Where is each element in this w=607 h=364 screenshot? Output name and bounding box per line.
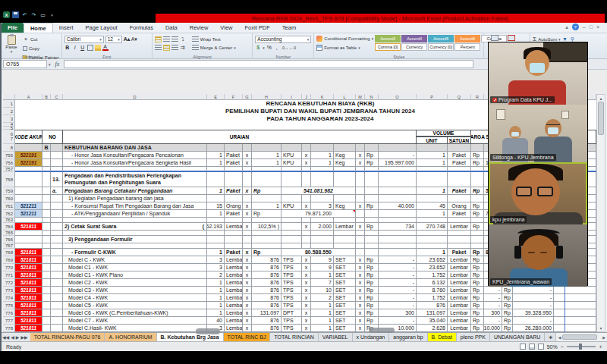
row-header[interactable]: 757 <box>3 167 15 172</box>
cell[interactable]: 876 <box>252 317 281 325</box>
cell[interactable]: TPS <box>281 317 302 325</box>
row-header[interactable]: 765 <box>3 231 15 236</box>
cell[interactable] <box>417 100 448 108</box>
cell[interactable] <box>554 294 596 302</box>
sheet-tab-a-honorarium[interactable]: A. HONORARIUM <box>105 333 156 341</box>
cell[interactable] <box>356 167 365 172</box>
cell[interactable] <box>42 302 51 309</box>
formula-input[interactable] <box>64 60 473 68</box>
cell[interactable]: 195.997.000 <box>379 159 417 167</box>
cell[interactable]: x <box>356 202 365 210</box>
cell[interactable] <box>471 172 484 187</box>
cell[interactable]: B <box>42 144 51 152</box>
ribbon-tab-team[interactable]: Team <box>276 23 302 33</box>
cell[interactable] <box>252 144 281 152</box>
cell[interactable] <box>42 202 51 210</box>
italic-button[interactable]: I <box>72 45 78 50</box>
cell[interactable] <box>281 167 302 172</box>
cell[interactable]: PEMILIHAN BUPATI DAN WAKIL BUPATI JEMBRA… <box>225 108 417 115</box>
cell[interactable]: x <box>243 202 252 210</box>
cell[interactable]: 1 <box>417 152 448 159</box>
cell[interactable] <box>51 243 63 249</box>
ribbon-tab-formulas[interactable]: Formulas <box>124 23 159 33</box>
cell[interactable] <box>417 231 448 236</box>
cell[interactable] <box>51 218 63 223</box>
cell[interactable]: 1 <box>207 279 225 287</box>
normal-view-icon[interactable] <box>520 344 526 350</box>
row-header[interactable]: 777 <box>3 317 15 325</box>
cell[interactable] <box>51 195 63 202</box>
cell[interactable] <box>302 167 311 172</box>
row-header[interactable]: 772 <box>3 279 15 287</box>
cell[interactable] <box>417 167 448 172</box>
cell[interactable]: 2.000 <box>311 223 334 231</box>
cell[interactable] <box>15 144 42 152</box>
autosum-label[interactable]: AutoSum <box>538 37 557 42</box>
cell[interactable]: x <box>302 152 311 159</box>
cell[interactable] <box>51 223 63 231</box>
cell[interactable] <box>252 167 281 172</box>
cell[interactable] <box>51 317 63 325</box>
grow-font-icon[interactable]: A▴ <box>124 36 130 42</box>
first-sheet-icon[interactable]: ◀◀ <box>2 334 9 340</box>
cell[interactable] <box>225 236 243 243</box>
cell[interactable]: Rp <box>471 264 484 271</box>
cell[interactable]: 521811 <box>15 325 42 332</box>
participant-video[interactable]: kpu jembrana <box>489 162 587 224</box>
cell[interactable]: 131.097 <box>252 309 281 317</box>
cell[interactable] <box>281 236 302 243</box>
document-icon[interactable]: ▭ <box>39 11 46 18</box>
sheet-tab-x-undangan[interactable]: x Undangan <box>353 333 390 341</box>
borders-icon[interactable] <box>87 45 93 51</box>
cell[interactable]: Lembar <box>448 302 471 309</box>
cell[interactable] <box>207 218 225 223</box>
cell[interactable] <box>417 144 448 152</box>
row-header[interactable]: 767 <box>3 243 15 249</box>
cell[interactable] <box>243 236 252 243</box>
qat-dropdown-icon[interactable]: ▾ <box>49 11 55 18</box>
cell[interactable] <box>365 218 379 223</box>
prev-sheet-icon[interactable]: ◀ <box>11 334 14 340</box>
zoom-in-icon[interactable]: + <box>599 344 602 350</box>
cell[interactable] <box>334 144 356 152</box>
cell[interactable] <box>379 210 417 218</box>
row-header[interactable]: 763 <box>3 218 15 223</box>
cell[interactable]: 521811 <box>15 279 42 287</box>
cell[interactable]: 521811 <box>15 287 42 294</box>
cell[interactable]: x <box>243 256 252 264</box>
cell[interactable] <box>63 100 207 108</box>
cell[interactable] <box>51 256 63 264</box>
cell[interactable] <box>51 325 63 332</box>
cell[interactable]: Rp <box>502 294 513 302</box>
underline-button[interactable]: U <box>80 45 86 50</box>
cell[interactable]: - <box>379 256 417 264</box>
cell[interactable] <box>302 195 311 202</box>
column-header[interactable]: P <box>417 94 448 100</box>
ribbon-tab-foxit-pdf[interactable]: Foxit PDF <box>238 23 275 33</box>
cell[interactable] <box>302 236 311 243</box>
cell[interactable]: Rp <box>365 302 379 309</box>
column-header[interactable]: N <box>365 94 379 100</box>
cell[interactable]: 1 <box>311 309 334 317</box>
cell[interactable] <box>334 236 356 243</box>
cell[interactable] <box>417 236 448 243</box>
cell[interactable]: Paket <box>225 159 243 167</box>
cell[interactable]: 45 <box>417 202 448 210</box>
cell[interactable]: x <box>356 256 365 264</box>
cell[interactable]: - <box>379 294 417 302</box>
cell[interactable]: 3 <box>207 256 225 264</box>
cell[interactable]: Rp <box>365 264 379 271</box>
cell[interactable] <box>302 144 311 152</box>
cell[interactable] <box>379 236 417 243</box>
cell[interactable]: - <box>513 317 554 325</box>
cell[interactable] <box>379 144 417 152</box>
cell[interactable]: 522191 <box>15 159 42 167</box>
cell[interactable]: x <box>356 271 365 279</box>
cell[interactable]: x <box>243 187 252 195</box>
cell[interactable]: Paket <box>448 210 471 218</box>
row-header[interactable]: 761 <box>3 202 15 210</box>
fill-color-icon[interactable] <box>95 45 101 51</box>
cell[interactable] <box>311 172 334 187</box>
cell[interactable]: Rp <box>365 271 379 279</box>
sort-filter-icon[interactable]: ▼ <box>561 36 568 42</box>
